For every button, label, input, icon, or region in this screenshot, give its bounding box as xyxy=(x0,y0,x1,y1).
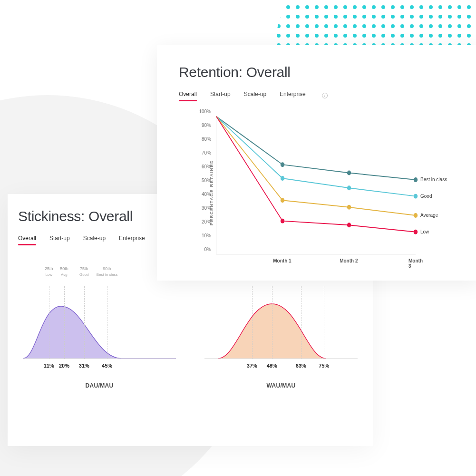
svg-point-10 xyxy=(347,205,351,210)
tab-overall[interactable]: Overall xyxy=(18,235,36,244)
wau-curve xyxy=(204,287,358,359)
wau-title: WAU/MAU xyxy=(204,382,358,389)
dau-p50: 20% xyxy=(59,363,69,369)
svg-point-8 xyxy=(414,194,418,199)
dau-p75: 31% xyxy=(79,363,89,369)
wau-p50: 48% xyxy=(267,363,277,369)
svg-point-14 xyxy=(414,230,418,234)
wau-p25: 37% xyxy=(247,363,257,369)
legend-average: Average xyxy=(420,213,438,218)
dau-p90: 45% xyxy=(102,363,112,369)
tab-enterprise[interactable]: Enterprise xyxy=(280,91,306,100)
legend-low: Low xyxy=(420,229,429,234)
svg-point-12 xyxy=(281,219,284,223)
svg-point-3 xyxy=(281,162,284,167)
svg-point-9 xyxy=(281,198,284,203)
retention-line-chart: PERCENTAGE RETAINED 0% 10% 20% 30% 40% 5… xyxy=(197,117,458,269)
wau-p90: 75% xyxy=(319,363,329,369)
info-icon[interactable]: i xyxy=(322,93,328,98)
svg-point-4 xyxy=(347,171,351,175)
svg-point-13 xyxy=(347,223,351,227)
tab-scaleup[interactable]: Scale-up xyxy=(83,235,106,244)
svg-point-5 xyxy=(414,177,418,182)
svg-point-11 xyxy=(414,213,418,218)
p50-header: 50th xyxy=(60,266,68,271)
dau-p25: 11% xyxy=(44,363,54,369)
svg-point-7 xyxy=(347,185,351,190)
svg-point-6 xyxy=(281,176,284,181)
dau-curve xyxy=(23,287,176,359)
legend-good: Good xyxy=(420,194,432,199)
dau-title: DAU/MAU xyxy=(23,382,176,389)
wau-p75: 63% xyxy=(296,363,306,369)
tab-overall[interactable]: Overall xyxy=(179,91,197,100)
p90-header: 90th xyxy=(103,266,111,271)
retention-title: Retention: Overall xyxy=(179,64,458,80)
tab-scaleup[interactable]: Scale-up xyxy=(244,91,266,100)
legend-best: Best in class xyxy=(420,177,447,182)
x-ticks: Month 1 Month 2 Month 3 xyxy=(216,254,416,269)
dau-mau-chart: 25th Low 50th Avg 75th Good 90th Best in… xyxy=(23,287,176,389)
y-ticks: 0% 10% 20% 30% 40% 50% 60% 70% 80% 90% 1… xyxy=(197,117,214,254)
tab-startup[interactable]: Start-up xyxy=(210,91,231,100)
p75-header: 75th xyxy=(80,266,88,271)
plot-area: Best in class Good Average Low xyxy=(216,117,416,254)
p25-header: 25th xyxy=(45,266,53,271)
stickiness-distributions: 25th Low 50th Avg 75th Good 90th Best in… xyxy=(18,287,362,389)
tab-startup[interactable]: Start-up xyxy=(49,235,70,244)
wau-mau-chart: 25th Low 50th Avg 75th Good 90th Best in… xyxy=(204,287,358,389)
retention-tabs: Overall Start-up Scale-up Enterprise i xyxy=(179,91,458,100)
tab-enterprise[interactable]: Enterprise xyxy=(119,235,145,244)
retention-card: Retention: Overall Overall Start-up Scal… xyxy=(157,45,476,281)
